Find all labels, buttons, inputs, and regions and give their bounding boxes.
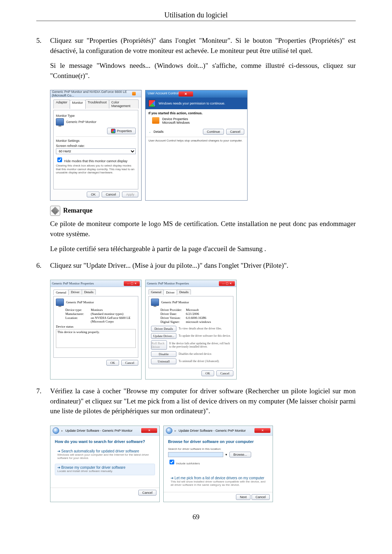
- path-field[interactable]: [168, 452, 223, 457]
- dialog-title-text: Generic PnP Monitor and NVIDIA GeForce 6…: [52, 90, 127, 97]
- manufacturer-value: (Standard monitor types): [91, 312, 136, 316]
- monitor-icon: [56, 118, 64, 126]
- option-search-automatically[interactable]: ➔ Search automatically for updated drive…: [55, 447, 155, 462]
- option1-desc: Windows will search your computer and th…: [57, 453, 152, 460]
- dialog-title-text: Generic PnP Monitor Properties: [52, 282, 122, 285]
- device-name: Generic PnP Monitor: [161, 300, 189, 304]
- tab-driver[interactable]: Driver: [163, 290, 177, 295]
- list-number-5: 5.: [36, 36, 50, 86]
- option1-title: Search automatically for updated driver …: [61, 449, 139, 453]
- divider: [36, 21, 356, 21]
- window-sys-icons[interactable]: — ▢ ✕: [124, 281, 140, 286]
- close-icon[interactable]: ✕: [179, 91, 193, 97]
- ok-button[interactable]: OK: [106, 360, 119, 366]
- monitor-name: Generic PnP Monitor: [66, 120, 96, 124]
- tab-driver[interactable]: Driver: [68, 289, 82, 295]
- chevron-down-icon[interactable]: ⌄: [148, 130, 151, 134]
- option-browse-computer[interactable]: ➔ Browse my computer for driver software…: [55, 464, 155, 475]
- dialog-update-driver-wizard-2: ▸ Update Driver Software - Generic PnP M…: [163, 426, 273, 502]
- uninstall-button[interactable]: Uninstall: [151, 358, 176, 364]
- browse-button[interactable]: Browse...: [229, 452, 251, 457]
- shield-icon: [111, 129, 115, 133]
- tab-details[interactable]: Details: [177, 289, 191, 295]
- close-icon[interactable]: ✕: [254, 428, 270, 433]
- refresh-rate-select[interactable]: 60 Hertz: [56, 148, 136, 154]
- dialog-title-text: Generic PnP Monitor Properties: [147, 282, 217, 285]
- driver-date-value: 6/21/2006: [186, 312, 231, 316]
- monitor-settings-label: Monitor Settings: [56, 139, 136, 143]
- hide-modes-desc: Clearing this check box allows you to se…: [56, 164, 136, 175]
- tab-details[interactable]: Details: [82, 289, 96, 295]
- location-value: on NVIDIA GeForce 6600 LE (Microsoft Cor…: [91, 316, 136, 323]
- shield-icon: [148, 100, 156, 107]
- breadcrumb-icon: ▸: [175, 429, 176, 432]
- hide-modes-label: Hide modes that this monitor cannot disp…: [64, 159, 128, 163]
- note-p1: Ce pilote de moniteur comporte le logo M…: [50, 219, 356, 239]
- location-label: Location:: [65, 316, 91, 323]
- tab-adapter[interactable]: Adapter: [53, 99, 70, 108]
- dialog-titlebar: Generic PnP Monitor and NVIDIA GeForce 6…: [50, 90, 141, 97]
- uac-details[interactable]: Details: [154, 130, 201, 134]
- ok-button[interactable]: OK: [87, 192, 99, 197]
- cancel-button[interactable]: Cancel: [121, 360, 138, 366]
- cancel-button[interactable]: Cancel: [252, 494, 270, 500]
- uac-headline: Windows needs your permission to contino…: [159, 102, 225, 105]
- tab-color-management[interactable]: Color Management: [109, 99, 139, 108]
- page-header: Utilisation du logiciel: [36, 11, 356, 19]
- cancel-button[interactable]: Cancel: [226, 129, 244, 135]
- window-sys-icons[interactable]: — ▢ ✕: [219, 281, 235, 286]
- close-icon[interactable]: ✕: [141, 428, 157, 433]
- driver-details-button[interactable]: Driver Details: [151, 326, 176, 332]
- dialog-uac: User Account Control ✕ Windows needs you…: [145, 90, 248, 201]
- cancel-button[interactable]: Cancel: [102, 192, 120, 197]
- device-name: Generic PnP Monitor: [66, 300, 94, 304]
- devtype-value: Monitors: [91, 308, 136, 312]
- item7-p1: Vérifiez la case à cocher "Browse my com…: [50, 386, 356, 416]
- provider-value: Microsoft: [186, 308, 231, 312]
- tab-general[interactable]: General: [148, 289, 164, 295]
- back-icon[interactable]: [53, 427, 59, 434]
- driver-version-value: 6.0.6000.16386: [186, 316, 231, 320]
- back-icon[interactable]: [166, 427, 172, 434]
- next-button[interactable]: Next: [236, 494, 251, 500]
- option2-title: Browse my computer for driver software: [61, 465, 126, 469]
- digital-signer-value: microsoft windows: [186, 320, 231, 324]
- ok-button[interactable]: OK: [201, 370, 214, 376]
- item5-p1: Cliquez sur "Properties (Propriétés)" da…: [50, 36, 356, 56]
- wizard-heading: Browse for driver software on your compu…: [168, 439, 268, 444]
- tab-general[interactable]: General: [53, 290, 69, 295]
- apply-button[interactable]: Apply: [122, 192, 138, 197]
- roll-back-desc: If the device fails after updating the d…: [169, 342, 231, 349]
- dialog-device-properties-driver: Generic PnP Monitor Properties — ▢ ✕ Gen…: [145, 280, 237, 379]
- roll-back-button[interactable]: Roll Back Driver: [151, 340, 167, 350]
- disable-button[interactable]: Disable: [151, 351, 176, 357]
- tab-monitor[interactable]: Monitor: [70, 100, 86, 109]
- dialog-update-driver-wizard-1: ▸ Update Driver Software - Generic PnP M…: [50, 426, 160, 502]
- driver-details-desc: To view details about the driver files.: [179, 327, 222, 331]
- hide-modes-checkbox[interactable]: [57, 157, 62, 162]
- window-sys-icons[interactable]: [129, 91, 140, 96]
- cancel-button[interactable]: Cancel: [216, 370, 233, 376]
- continue-button[interactable]: Continue: [203, 129, 224, 135]
- update-driver-button[interactable]: Update Driver...: [151, 333, 176, 339]
- wizard-heading: How do you want to search for driver sof…: [55, 439, 155, 444]
- provider-label: Driver Provider:: [160, 308, 186, 312]
- monitor-type-label: Monitor Type: [56, 114, 136, 118]
- option2-desc: Locate and install driver software manua…: [57, 469, 152, 473]
- digital-signer-label: Digital Signer:: [160, 320, 186, 324]
- note-title: Remarque: [63, 207, 93, 214]
- uac-title-text: User Account Control: [148, 91, 179, 97]
- devtype-label: Device type:: [65, 308, 91, 312]
- list-number-6: 6.: [36, 260, 50, 276]
- breadcrumb: Update Driver Software - Generic PnP Mon…: [65, 429, 132, 432]
- list-number-7: 7.: [36, 386, 50, 421]
- tab-troubleshoot[interactable]: Troubleshoot: [85, 99, 109, 108]
- cancel-button[interactable]: Cancel: [138, 490, 156, 496]
- properties-button[interactable]: Properties: [107, 128, 136, 134]
- include-subfolders-checkbox[interactable]: [170, 460, 174, 464]
- option-pick-from-list[interactable]: ➔ Let me pick from a list of device driv…: [168, 474, 268, 489]
- item6-p1: Cliquez sur "Update Driver... (Mise à jo…: [50, 260, 356, 271]
- item5-content: Cliquez sur "Properties (Propriétés)" da…: [50, 36, 356, 86]
- item5-p2: Si le message "Windows needs... (Windows…: [50, 61, 356, 81]
- properties-button-label: Properties: [117, 129, 132, 133]
